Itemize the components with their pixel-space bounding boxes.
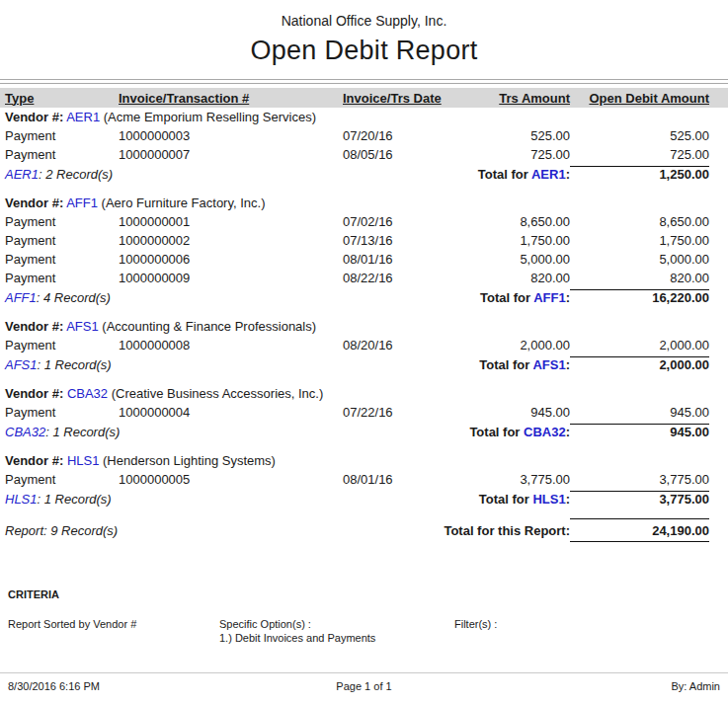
- payment-row: Payment100000000508/01/163,775.003,775.0…: [0, 470, 728, 489]
- criteria-sorted-by-col: Report Sorted by Vendor #: [8, 618, 219, 644]
- criteria-row: Report Sorted by Vendor # Specific Optio…: [8, 618, 728, 644]
- invoice-cell: 1000000008: [117, 336, 341, 354]
- payment-row: Payment100000000407/22/16945.00945.00: [0, 403, 728, 422]
- record-count-vendor-code: CBA32: [5, 425, 45, 439]
- record-count-vendor-code: AFS1: [5, 357, 38, 372]
- type-cell: Payment: [0, 231, 117, 250]
- date-cell: 08/20/16: [341, 336, 454, 354]
- date-cell: 07/20/16: [341, 126, 454, 145]
- vendor-section: Vendor #: CBA32 (Creative Business Acces…: [0, 384, 728, 441]
- criteria-section: CRITERIA Report Sorted by Vendor # Speci…: [8, 588, 728, 644]
- col-header-open-debit: Open Debit Amount: [589, 91, 709, 106]
- vendor-label: Vendor #:: [5, 453, 63, 468]
- open-debit-cell: 945.00: [570, 403, 728, 422]
- type-cell: Payment: [0, 470, 117, 489]
- type-cell: Payment: [0, 212, 117, 231]
- vendor-header-row: Vendor #: CBA32 (Creative Business Acces…: [0, 384, 728, 403]
- vendor-code-link[interactable]: HLS1: [67, 453, 100, 468]
- section-total-amount: 16,220.00: [570, 289, 709, 305]
- type-cell: Payment: [0, 269, 117, 287]
- section-total-amount: 1,250.00: [570, 166, 709, 182]
- type-cell: Payment: [0, 145, 117, 164]
- total-label-vendor-code: CBA32: [524, 425, 566, 439]
- record-count-text: : 1 Record(s): [38, 357, 112, 372]
- vendor-name: (Henderson Lighting Systems): [103, 453, 276, 468]
- section-total-label: Total for CBA32:: [432, 425, 570, 439]
- open-debit-cell: 1,750.00: [570, 231, 728, 250]
- total-label-vendor-code: AER1: [531, 167, 566, 182]
- criteria-filters-col: Filter(s) :: [454, 618, 728, 644]
- report-total-cell: 24,190.00: [570, 518, 728, 542]
- report-record-count: Report: 9 Record(s): [0, 523, 432, 538]
- type-cell: Payment: [0, 336, 117, 354]
- record-count-vendor-code: AER1: [5, 167, 39, 182]
- criteria-options-col: Specific Option(s) : 1.) Debit Invoices …: [219, 618, 454, 644]
- vendor-header-row: Vendor #: HLS1 (Henderson Lighting Syste…: [0, 451, 728, 470]
- open-debit-cell: 3,775.00: [570, 470, 728, 489]
- section-record-count: AFF1: 4 Record(s): [0, 290, 432, 305]
- trs-amount-cell: 3,775.00: [454, 470, 570, 489]
- section-total-row: CBA32: 1 Record(s)Total for CBA32:945.00: [0, 422, 728, 441]
- trs-amount-cell: 5,000.00: [454, 250, 570, 269]
- section-total-row: AFF1: 4 Record(s)Total for AFF1:16,220.0…: [0, 287, 728, 307]
- section-total-cell: 2,000.00: [570, 356, 728, 372]
- open-debit-cell: 8,650.00: [570, 212, 728, 231]
- vendor-code-link[interactable]: AFS1: [66, 319, 99, 334]
- invoice-cell: 1000000004: [117, 403, 341, 422]
- report-title: Open Debit Report: [0, 36, 728, 66]
- record-count-text: : 1 Record(s): [38, 492, 112, 507]
- date-cell: 08/22/16: [341, 269, 454, 287]
- report-total-amount: 24,190.00: [570, 518, 709, 542]
- date-cell: 07/02/16: [341, 212, 454, 231]
- vendor-code-link[interactable]: CBA32: [67, 386, 108, 401]
- col-header-invoice: Invoice/Transaction #: [119, 91, 249, 106]
- section-total-label: Total for AER1:: [432, 167, 570, 182]
- section-total-cell: 1,250.00: [570, 166, 728, 182]
- vendor-header-row: Vendor #: AFS1 (Accounting & Finance Pro…: [0, 317, 728, 336]
- report-total-label: Total for this Report:: [432, 523, 570, 538]
- record-count-text: : 2 Record(s): [39, 167, 113, 182]
- section-total-row: AER1: 2 Record(s)Total for AER1:1,250.00: [0, 164, 728, 184]
- column-header-row: Type Invoice/Transaction # Invoice/Trs D…: [0, 88, 728, 108]
- total-label-vendor-code: AFF1: [533, 290, 566, 305]
- payment-row: Payment100000000307/20/16525.00525.00: [0, 126, 728, 145]
- section-record-count: CBA32: 1 Record(s): [0, 425, 432, 439]
- header-divider: [0, 79, 728, 84]
- trs-amount-cell: 1,750.00: [454, 231, 570, 250]
- open-debit-cell: 5,000.00: [570, 250, 728, 269]
- vendor-section: Vendor #: AFF1 (Aero Furniture Factory, …: [0, 194, 728, 307]
- vendor-label: Vendor #:: [5, 319, 63, 334]
- invoice-cell: 1000000003: [117, 126, 341, 145]
- vendor-header-row: Vendor #: AFF1 (Aero Furniture Factory, …: [0, 194, 728, 212]
- section-total-amount: 945.00: [570, 424, 709, 439]
- section-total-label: Total for AFF1:: [432, 290, 570, 305]
- open-debit-cell: 2,000.00: [570, 336, 728, 354]
- vendor-code-link[interactable]: AFF1: [66, 196, 98, 210]
- criteria-sorted-by: Report Sorted by Vendor #: [8, 618, 219, 630]
- vendor-code-link[interactable]: AER1: [66, 110, 100, 124]
- payment-row: Payment100000000608/01/165,000.005,000.0…: [0, 250, 728, 269]
- section-total-cell: 16,220.00: [570, 289, 728, 305]
- date-cell: 07/13/16: [341, 231, 454, 250]
- date-cell: 08/01/16: [341, 250, 454, 269]
- report-body: Vendor #: AER1 (Acme Emporium Reselling …: [0, 108, 728, 508]
- invoice-cell: 1000000007: [117, 145, 341, 164]
- date-cell: 08/01/16: [341, 470, 454, 489]
- vendor-section: Vendor #: HLS1 (Henderson Lighting Syste…: [0, 451, 728, 508]
- vendor-section: Vendor #: AFS1 (Accounting & Finance Pro…: [0, 317, 728, 374]
- date-cell: 07/22/16: [341, 403, 454, 422]
- section-record-count: HLS1: 1 Record(s): [0, 492, 432, 507]
- col-header-date: Invoice/Trs Date: [343, 91, 442, 106]
- trs-amount-cell: 2,000.00: [454, 336, 570, 354]
- open-debit-cell: 725.00: [570, 145, 728, 164]
- trs-amount-cell: 820.00: [454, 269, 570, 287]
- vendor-label: Vendor #:: [5, 110, 63, 124]
- footer-user: By: Admin: [392, 680, 720, 692]
- report-page: National Office Supply, Inc. Open Debit …: [0, 0, 728, 704]
- record-count-vendor-code: AFF1: [5, 290, 37, 305]
- payment-row: Payment100000000708/05/16725.00725.00: [0, 145, 728, 164]
- type-cell: Payment: [0, 250, 117, 269]
- col-header-trs-amount: Trs Amount: [499, 91, 570, 106]
- section-total-label: Total for HLS1:: [432, 492, 570, 507]
- invoice-cell: 1000000002: [117, 231, 341, 250]
